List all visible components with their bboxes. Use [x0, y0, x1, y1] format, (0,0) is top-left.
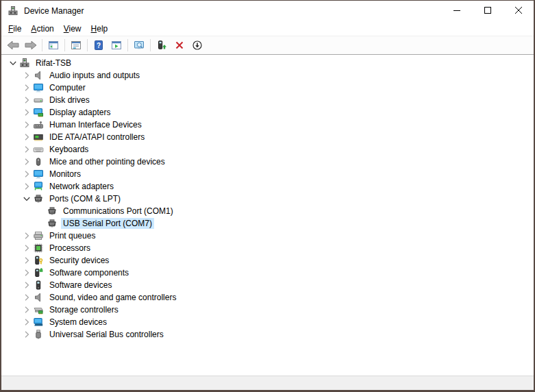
chevron-collapsed-icon[interactable]	[21, 329, 33, 340]
chevron-collapsed-icon[interactable]	[21, 82, 33, 93]
chevron-expanded-icon[interactable]	[21, 193, 33, 204]
tree-item-label[interactable]: Universal Serial Bus controllers	[47, 329, 166, 340]
back-button[interactable]	[4, 37, 22, 53]
tree-item-label[interactable]: Monitors	[47, 169, 83, 180]
tree-item[interactable]: Rifat-TSB	[1, 57, 534, 69]
tree-item[interactable]: Communications Port (COM1)	[1, 205, 534, 217]
tree-item[interactable]: Universal Serial Bus controllers	[1, 328, 534, 341]
chevron-collapsed-icon[interactable]	[21, 292, 33, 303]
tree-item[interactable]: Computer	[1, 82, 534, 94]
tree-item-label[interactable]: Ports (COM & LPT)	[47, 193, 123, 204]
chevron-collapsed-icon[interactable]	[21, 230, 33, 241]
show-hide-console-tree-button[interactable]	[45, 37, 62, 53]
maximize-icon	[484, 6, 492, 16]
chevron-collapsed-icon[interactable]	[21, 317, 33, 328]
tree-item[interactable]: Monitors	[1, 168, 534, 180]
tree-item-label[interactable]: Keyboards	[47, 144, 90, 155]
keyboard-icon	[33, 144, 44, 155]
menu-action[interactable]: Action	[26, 23, 58, 35]
tree-item-label[interactable]: Security devices	[47, 255, 111, 266]
tree-item-label[interactable]: Rifat-TSB	[34, 58, 73, 69]
monitor-icon	[33, 82, 44, 93]
tree-item[interactable]: Software devices	[1, 279, 534, 291]
update-driver-button[interactable]	[153, 37, 171, 53]
serial-port-icon	[33, 193, 44, 204]
tree-item-label[interactable]: Print queues	[47, 230, 97, 241]
tree-item-label[interactable]: Disk drives	[47, 95, 92, 106]
usb-icon	[33, 329, 44, 340]
tree-item[interactable]: Storage controllers	[1, 304, 534, 316]
chevron-collapsed-icon[interactable]	[21, 95, 33, 106]
menu-view[interactable]: View	[59, 23, 86, 35]
tree-item[interactable]: USB Serial Port (COM7)	[1, 217, 534, 230]
tree-item-label[interactable]: Mice and other pointing devices	[47, 156, 167, 167]
tree-item-label[interactable]: Software components	[47, 267, 131, 278]
tree-item[interactable]: Display adapters	[1, 106, 534, 119]
chevron-collapsed-icon[interactable]	[21, 144, 33, 155]
tree-item-label[interactable]: System devices	[47, 317, 109, 328]
tree-item-label[interactable]: Computer	[47, 82, 88, 93]
chevron-collapsed-icon[interactable]	[21, 304, 33, 315]
tree-item-label[interactable]: Display adapters	[47, 107, 112, 118]
chevron-collapsed-icon[interactable]	[21, 156, 33, 167]
tree-item-label[interactable]: USB Serial Port (COM7)	[61, 218, 154, 229]
tree-item[interactable]: Security devices	[1, 254, 534, 267]
close-icon	[514, 6, 523, 16]
close-button[interactable]	[503, 1, 534, 21]
chevron-collapsed-icon[interactable]	[21, 107, 33, 118]
chevron-collapsed-icon[interactable]	[21, 255, 33, 266]
tree-item-label[interactable]: Sound, video and game controllers	[47, 292, 178, 303]
speaker-icon	[33, 292, 44, 303]
chevron-collapsed-icon[interactable]	[21, 70, 33, 81]
toolbar-separator	[64, 39, 65, 51]
network-adapter-icon	[33, 181, 44, 192]
tree-item-label[interactable]: Processors	[47, 243, 92, 254]
tree-item-label[interactable]: Network adapters	[47, 181, 116, 192]
help-button[interactable]: ?	[90, 37, 108, 53]
chevron-collapsed-icon[interactable]	[21, 169, 33, 180]
tree-item[interactable]: Ports (COM & LPT)	[1, 193, 534, 205]
uninstall-device-button[interactable]	[171, 37, 188, 53]
tree-item[interactable]: Processors	[1, 242, 534, 254]
chevron-collapsed-icon[interactable]	[21, 181, 33, 192]
chevron-collapsed-icon[interactable]	[21, 119, 33, 130]
tree-item[interactable]: Disk drives	[1, 94, 534, 106]
chevron-collapsed-icon[interactable]	[21, 243, 33, 254]
disable-device-button[interactable]	[188, 37, 206, 53]
forward-button[interactable]	[22, 37, 40, 53]
action-pane-icon	[111, 40, 122, 51]
tree-item[interactable]: Sound, video and game controllers	[1, 291, 534, 304]
maximize-button[interactable]	[472, 1, 503, 21]
svg-text:?: ?	[97, 42, 101, 49]
tree-item[interactable]: Print queues	[1, 230, 534, 242]
action-pane-button[interactable]	[108, 37, 125, 53]
chevron-collapsed-icon[interactable]	[21, 132, 33, 143]
menu-help[interactable]: Help	[86, 23, 113, 35]
properties-icon	[71, 40, 82, 51]
software-component-icon	[33, 267, 44, 278]
tree-item[interactable]: Mice and other pointing devices	[1, 156, 534, 168]
tree-item-label[interactable]: Human Interface Devices	[47, 119, 144, 130]
minimize-button[interactable]	[441, 1, 472, 21]
properties-button[interactable]	[67, 37, 85, 53]
tree-item[interactable]: Audio inputs and outputs	[1, 69, 534, 82]
menu-file[interactable]: File	[3, 23, 26, 35]
tree-item[interactable]: Keyboards	[1, 143, 534, 156]
chevron-collapsed-icon[interactable]	[21, 267, 33, 278]
tree-item-label[interactable]: Software devices	[47, 280, 114, 291]
tree-item-label[interactable]: Storage controllers	[47, 304, 121, 315]
tree-item[interactable]: Human Interface Devices	[1, 119, 534, 131]
tree-item[interactable]: System devices	[1, 316, 534, 328]
ide-controller-icon	[33, 132, 44, 143]
tree-item-label[interactable]: Audio inputs and outputs	[47, 70, 142, 81]
tree-item[interactable]: Software components	[1, 267, 534, 279]
tree-item-label[interactable]: IDE ATA/ATAPI controllers	[47, 132, 147, 143]
scan-for-hardware-changes-button[interactable]	[130, 37, 148, 53]
tree-item[interactable]: Network adapters	[1, 180, 534, 193]
chevron-expanded-icon[interactable]	[7, 58, 19, 69]
chevron-collapsed-icon[interactable]	[21, 280, 33, 291]
security-device-icon	[33, 255, 44, 266]
tree-item-label[interactable]: Communications Port (COM1)	[61, 206, 175, 217]
tree-item[interactable]: IDE ATA/ATAPI controllers	[1, 131, 534, 143]
system-device-icon	[33, 317, 44, 328]
